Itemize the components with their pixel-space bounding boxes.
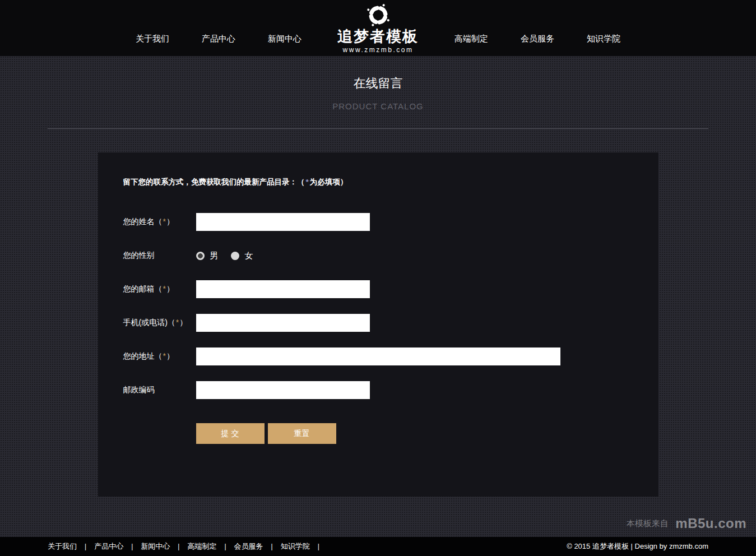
- gender-radio-female[interactable]: [231, 252, 239, 260]
- footer-link-custom[interactable]: 高端制定: [187, 541, 216, 552]
- page-header: 在线留言 PRODUCT CATALOG: [0, 56, 756, 111]
- footer-separator: |: [85, 543, 86, 550]
- template-watermark: 本模板来自 mB5u.com: [627, 516, 746, 531]
- name-label: 您的姓名（*）: [123, 217, 196, 227]
- gender-option-female-label[interactable]: 女: [245, 251, 253, 261]
- footer-separator: |: [131, 543, 133, 550]
- gender-radio-male[interactable]: [196, 252, 205, 260]
- email-input[interactable]: [196, 280, 370, 298]
- footer-separator: |: [224, 543, 226, 550]
- footer-link-about[interactable]: 关于我们: [48, 541, 77, 552]
- footer-separator: |: [178, 543, 179, 550]
- page-subtitle: PRODUCT CATALOG: [0, 101, 756, 111]
- postcode-label: 邮政编码: [123, 385, 196, 395]
- nav-item-news[interactable]: 新闻中心: [268, 34, 302, 44]
- form-buttons: 提 交 重置: [196, 423, 633, 444]
- form-row-address: 您的地址（*）: [123, 347, 633, 365]
- nav-item-custom[interactable]: 高端制定: [454, 34, 488, 44]
- nav-item-about[interactable]: 关于我们: [136, 34, 169, 44]
- gender-label: 您的性别: [123, 251, 196, 261]
- nav-right: 高端制定 会员服务 知识学院: [454, 0, 620, 44]
- required-star: *: [163, 351, 166, 360]
- postcode-input[interactable]: [196, 381, 370, 399]
- required-star: *: [163, 217, 166, 226]
- form-row-postcode: 邮政编码: [123, 381, 633, 399]
- watermark-prefix: 本模板来自: [627, 518, 669, 528]
- footer-links: 关于我们|产品中心|新闻中心|高端制定|会员服务|知识学院|: [48, 541, 327, 552]
- nav-item-member[interactable]: 会员服务: [521, 34, 554, 44]
- copyright-text: © 2015 追梦者模板 | Design by zmzmb.com: [567, 541, 708, 552]
- reset-button[interactable]: 重置: [268, 423, 336, 444]
- footer-separator: |: [271, 543, 273, 550]
- logo-title: 追梦者模板: [337, 28, 419, 45]
- submit-button[interactable]: 提 交: [196, 423, 265, 444]
- address-label: 您的地址（*）: [123, 351, 196, 362]
- nav-left: 关于我们 产品中心 新闻中心: [136, 0, 302, 44]
- gender-option-male-label[interactable]: 男: [210, 251, 219, 261]
- logo-subtitle: www.zmzmb.com: [343, 46, 414, 54]
- site-logo[interactable]: 追梦者模板 www.zmzmb.com: [337, 0, 419, 54]
- horizontal-divider: [48, 128, 708, 129]
- form-intro-text: 留下您的联系方式，免费获取我们的最新产品目录：（*为必填项）: [123, 177, 633, 187]
- form-row-gender: 您的性别 男 女: [123, 247, 633, 265]
- phone-label: 手机(或电话)（*）: [123, 318, 196, 328]
- top-navigation-bar: 关于我们 产品中心 新闻中心 追梦者模板 www.zmzmb.com 高端制定 …: [0, 0, 756, 56]
- footer-link-academy[interactable]: 知识学院: [281, 541, 310, 552]
- phone-input[interactable]: [196, 314, 370, 332]
- footer-link-news[interactable]: 新闻中心: [141, 541, 170, 552]
- name-input[interactable]: [196, 213, 370, 231]
- main-content: 在线留言 PRODUCT CATALOG 留下您的联系方式，免费获取我们的最新产…: [0, 56, 756, 537]
- address-input[interactable]: [196, 347, 560, 365]
- required-hint-star: *: [305, 178, 310, 186]
- form-row-email: 您的邮箱（*）: [123, 280, 633, 298]
- email-label: 您的邮箱（*）: [123, 284, 196, 294]
- footer-link-member[interactable]: 会员服务: [234, 541, 263, 552]
- footer-bar: 关于我们|产品中心|新闻中心|高端制定|会员服务|知识学院| © 2015 追梦…: [0, 537, 756, 556]
- message-form-panel: 留下您的联系方式，免费获取我们的最新产品目录：（*为必填项） 您的姓名（*） 您…: [98, 152, 658, 497]
- nav-item-academy[interactable]: 知识学院: [587, 34, 620, 44]
- nav-item-products[interactable]: 产品中心: [202, 34, 235, 44]
- required-star: *: [163, 284, 166, 293]
- page-title: 在线留言: [0, 75, 756, 92]
- gender-radio-group: 男 女: [196, 251, 266, 261]
- form-row-phone: 手机(或电话)（*）: [123, 314, 633, 332]
- footer-separator: |: [318, 543, 319, 550]
- mb5u-brand-logo: mB5u.com: [675, 516, 746, 531]
- form-row-name: 您的姓名（*）: [123, 213, 633, 231]
- swirl-logo-icon: [365, 2, 391, 28]
- footer-link-products[interactable]: 产品中心: [94, 541, 123, 552]
